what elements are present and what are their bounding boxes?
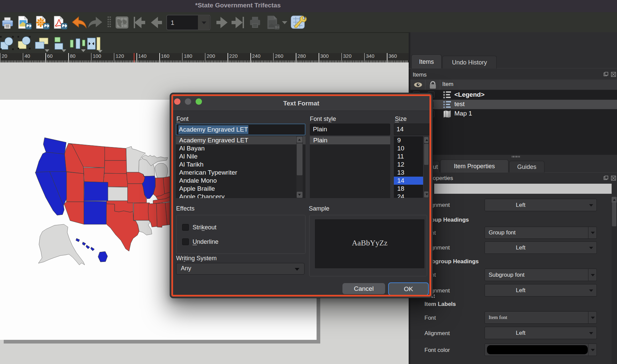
svg-text:1: 1 [171, 19, 174, 26]
